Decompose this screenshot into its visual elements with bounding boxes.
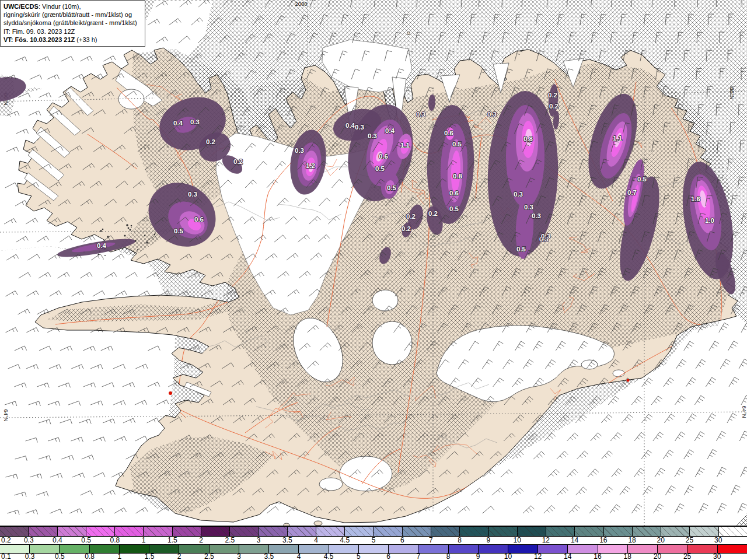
weather-forecast-app: 200066°N66°N64°N64°N 0.40.30.20.20.31.20… [0,0,747,560]
colorbar-segment [374,527,402,536]
colorbar-segment [149,545,179,553]
colorbar-tick-label: 20 [654,554,661,560]
colorbar-tick-label: 25 [683,554,691,560]
precip-value-label: 0.3 [368,132,377,139]
city-marker-reykjavik [169,391,172,395]
colorbar-tick-label: 18 [624,554,631,560]
precip-value-label: 1.6 [691,195,700,202]
colorbar: 0.20.30.40.50.811.522.533.544.5567891012… [0,526,747,560]
colorbar-tick-label: 10 [513,537,521,544]
precip-value-label: 0.3 [416,111,425,118]
breidafjordur-islet [131,225,132,227]
colorbar-segment [449,545,479,553]
colorbar-segment [210,545,239,553]
colorbar-tick-label: 3.5 [282,537,292,544]
precip-value-label: 1.1 [613,135,623,142]
precip-value-label: 0.4 [385,127,395,134]
graticule-label: 66°N [729,87,735,99]
colorbar-tick-label: 0.4 [53,537,62,544]
precip-value-label: 0.5 [387,184,397,191]
colorbar-tick-label: 8 [446,554,451,560]
breidafjordur-islet [103,258,103,259]
precip-value-label: 0.3 [487,111,497,118]
precip-value-label: 0.3 [541,233,550,240]
colorbar-tick-label: 20 [657,537,665,544]
colorbar-tick-label: 5 [357,554,361,560]
precip-value-label: 1.1 [400,142,410,149]
colorbar-segment [403,527,431,536]
precip-value-label: 0.3 [188,191,197,198]
breidafjordur-islet [102,229,104,230]
colorbar-segment [288,527,316,536]
colorbar-tick-label: 3 [257,537,261,544]
legend-line-1: UWC/ECDS: Vindur (10m), [4,2,142,10]
breidafjordur-islet [124,235,125,236]
legend-line-4: IT: Fim. 09. 03. 2023 12Z [4,27,142,36]
precip-value-label: 0.2 [233,158,243,165]
colorbar-segment [604,527,633,536]
colorbar-segment [90,545,120,553]
colorbar-tick-label: 7 [416,554,420,560]
colorbar-segment [0,545,30,553]
graticule-label: 64°N [3,409,9,421]
colorbar-tick-label: 1.5 [145,554,155,560]
colorbar-segment [628,545,658,553]
precip-value-label: 0.2 [206,138,215,145]
breidafjordur-islet [100,230,102,232]
colorbar-tick-label: 3.5 [264,554,274,560]
precip-value-label: 0.3 [295,147,304,154]
colorbar-tick-label: 14 [564,554,571,560]
precip-value-label: 0.3 [524,204,533,211]
colorbar-tick-label: 2.5 [204,554,214,560]
precip-value-label: 0.3 [190,118,200,125]
precip-value-label: 0.5 [174,228,184,235]
graticule-label: 2000 [295,1,307,7]
colorbar-segment [329,545,359,553]
colorbar-segment [538,545,568,553]
breidafjordur-islet [144,235,145,236]
colorbar-row-rain-labels: 0.10.30.50.811.522.533.544.5567891012141… [0,554,747,560]
colorbar-tick-label: 25 [686,537,693,544]
breidafjordur-islet [154,234,155,235]
precip-value-label: 1.0 [705,217,714,224]
precip-value-label: 0.3 [355,124,364,131]
colorbar-tick-label: 4 [314,537,318,544]
colorbar-tick-label: 0.3 [25,554,35,560]
precip-value-label: 0.5 [375,165,385,172]
colorbar-segment [230,527,259,536]
precip-value-label: 0.6 [379,153,388,160]
colorbar-tick-label: 3 [237,554,241,560]
precip-value-label: 0.2 [428,210,438,217]
colorbar-segment [115,527,144,536]
colorbar-segment [359,545,389,553]
colorbar-tick-label: 10 [504,554,512,560]
precip-value-label: 0.4 [97,242,107,249]
colorbar-segment [173,527,201,536]
colorbar-tick-label: 0.2 [1,537,11,544]
precip-value-label: 0.6 [444,130,453,136]
colorbar-tick-label: 30 [714,537,722,544]
colorbar-segment [489,527,518,536]
glacier-myrdalsjokull [340,456,392,491]
colorbar-tick-label: 12 [542,537,550,544]
colorbar-segment [661,527,690,536]
island-grimsey [407,32,410,35]
colorbar-tick-label: 0.3 [24,537,34,544]
precip-value-label: 0.8 [453,173,463,180]
colorbar-segment [718,545,747,553]
breidafjordur-islet [104,255,106,256]
colorbar-segment [30,545,60,553]
valid-time: VT: Fös. 10.03.2023 21Z [4,36,75,43]
colorbar-segment [60,545,89,553]
colorbar-segment [719,527,747,536]
colorbar-segment [508,545,538,553]
colorbar-tick-label: 16 [599,537,607,544]
colorbar-tick-label: 18 [628,537,636,544]
map-canvas: 200066°N66°N64°N64°N 0.40.30.20.20.31.20… [0,0,747,526]
colorbar-segment [201,527,230,536]
colorbar-tick-label: 30 [713,554,721,560]
precip-value-label: 0.2 [548,92,557,99]
colorbar-segment [389,545,418,553]
colorbar-segment [120,545,149,553]
colorbar-segment [299,545,329,553]
